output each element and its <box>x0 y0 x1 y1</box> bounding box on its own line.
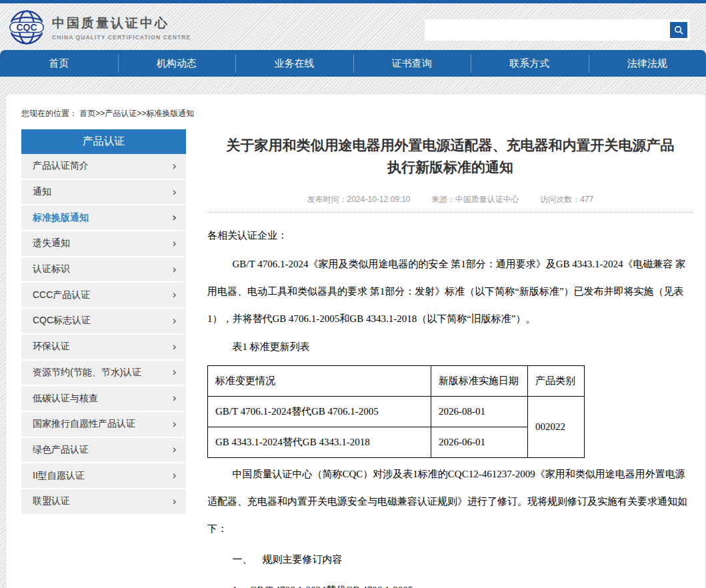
chevron-right-icon <box>172 393 177 404</box>
chevron-right-icon <box>172 315 177 327</box>
chevron-right-icon <box>172 187 177 198</box>
sidebar-item-label: 环保认证 <box>33 341 70 353</box>
page-title-line1: 关于家用和类似用途电器用外置电源适配器、充电器和内置开关电源产品 <box>207 135 693 157</box>
chevron-right-icon <box>172 264 177 275</box>
paragraph-standards-announcement: GB/T 4706.1-2024《家用及类似用途电器的的安全 第1部分：通用要求… <box>207 251 693 333</box>
table-caption: 表1 标准更新列表 <box>207 333 693 361</box>
cell-change-1: GB/T 4706.1-2024替代GB 4706.1-2005 <box>208 397 431 427</box>
search-input[interactable] <box>425 19 670 41</box>
nav-item-laws[interactable]: 法律法规 <box>589 50 706 77</box>
sidebar-item-4[interactable]: 认证标识 <box>21 257 186 283</box>
chevron-right-icon <box>172 444 177 455</box>
sidebar-title: 产品认证 <box>21 129 186 154</box>
svg-text:CQC: CQC <box>16 22 37 33</box>
main-nav: 首页 机构动态 业务在线 证书查询 联系方式 法律法规 <box>0 50 706 77</box>
cell-category-merged: 002022 <box>528 397 585 458</box>
sidebar-item-label: 认证标识 <box>33 263 70 275</box>
nav-item-home[interactable]: 首页 <box>0 50 118 77</box>
sidebar-item-2[interactable]: 标准换版通知 <box>21 205 186 231</box>
sidebar-item-3[interactable]: 遗失通知 <box>21 231 186 257</box>
content-panel: 您现在的位置： 首页>>产品认证>>标准换版通知 产品认证 产品认证简介通知标准… <box>5 93 706 588</box>
paragraph-revision-notice: 中国质量认证中心（简称CQC）对涉及表1标准的CQC12-461237-2009… <box>207 461 693 543</box>
search-button[interactable] <box>670 22 687 38</box>
source: 来源：中国质量认证中心 <box>431 195 519 204</box>
nav-item-business-online[interactable]: 业务在线 <box>235 50 353 77</box>
chevron-right-icon <box>172 289 177 301</box>
chevron-right-icon <box>172 470 177 481</box>
brand-text: 中国质量认证中心 CHINA QUALITY CERTIFICATION CEN… <box>52 15 191 41</box>
chevron-right-icon <box>172 161 177 172</box>
sidebar-item-label: 国家推行自愿性产品认证 <box>33 418 135 430</box>
col-header-change: 标准变更情况 <box>208 366 431 397</box>
sidebar-item-12[interactable]: II型自愿认证 <box>21 463 186 489</box>
sidebar-item-5[interactable]: CCC产品认证 <box>21 283 186 309</box>
sidebar-item-7[interactable]: 环保认证 <box>21 335 186 361</box>
sidebar-item-label: 绿色产品认证 <box>33 444 89 456</box>
nav-item-certificate-query[interactable]: 证书查询 <box>353 50 471 77</box>
col-header-date: 新版标准实施日期 <box>431 366 528 397</box>
sidebar-product-certification: 产品认证 产品认证简介通知标准换版通知遗失通知认证标识CCC产品认证CQC标志认… <box>21 129 186 588</box>
sidebar-item-label: II型自愿认证 <box>33 470 85 482</box>
article-meta: 发布时间：2024-10-12 09:10 来源：中国质量认证中心 访问次数：4… <box>207 194 693 205</box>
site-header: CQC 中国质量认证中心 CHINA QUALITY CERTIFICATION… <box>0 3 706 50</box>
sidebar-item-label: 遗失通知 <box>33 237 70 249</box>
sidebar-item-1[interactable]: 通知 <box>21 180 186 206</box>
sidebar-item-label: CQC标志认证 <box>33 315 91 327</box>
page-title-line2: 执行新版标准的通知 <box>207 157 693 179</box>
section-heading-revision-content: 一、 规则主要修订内容 <box>207 546 693 573</box>
sidebar-item-8[interactable]: 资源节约(节能、节水)认证 <box>21 361 186 387</box>
col-header-category: 产品类别 <box>528 366 585 397</box>
search-bar <box>425 19 690 41</box>
view-count: 访问次数：477 <box>540 195 593 204</box>
sidebar-item-label: 标准换版通知 <box>33 212 89 224</box>
brand-title-cn: 中国质量认证中心 <box>52 15 191 32</box>
chevron-right-icon <box>172 341 177 353</box>
breadcrumb: 您现在的位置： 首页>>产品认证>>标准换版通知 <box>21 103 693 119</box>
publish-time: 发布时间：2024-10-12 09:10 <box>307 195 411 204</box>
article-body: 各相关认证企业： GB/T 4706.1-2024《家用及类似用途电器的的安全 … <box>207 222 693 588</box>
sidebar-item-label: 低碳认证与核查 <box>33 393 98 405</box>
cqc-globe-logo-icon: CQC <box>8 9 45 46</box>
sidebar-item-label: 产品认证简介 <box>33 160 89 172</box>
sidebar-item-label: 通知 <box>33 186 51 198</box>
chevron-right-icon <box>172 238 177 249</box>
list-item-1: 1. GB/T 4706.1-2024替代GB 4706.1-2005； <box>207 577 693 588</box>
sidebar-item-13[interactable]: 联盟认证 <box>21 489 186 515</box>
dotted-divider <box>207 212 693 213</box>
chevron-right-icon <box>172 419 177 430</box>
sidebar-item-11[interactable]: 绿色产品认证 <box>21 438 186 464</box>
chevron-right-icon <box>172 496 177 507</box>
sidebar-item-label: CCC产品认证 <box>33 289 90 301</box>
sidebar-item-0[interactable]: 产品认证简介 <box>21 154 186 180</box>
nav-item-news[interactable]: 机构动态 <box>118 50 236 77</box>
sidebar-list: 产品认证简介通知标准换版通知遗失通知认证标识CCC产品认证CQC标志认证环保认证… <box>21 154 186 515</box>
brand-title-en: CHINA QUALITY CERTIFICATION CENTRE <box>52 34 191 41</box>
page-title: 关于家用和类似用途电器用外置电源适配器、充电器和内置开关电源产品 执行新版标准的… <box>207 135 693 178</box>
brand-logo[interactable]: CQC 中国质量认证中心 CHINA QUALITY CERTIFICATION… <box>8 9 191 46</box>
chevron-right-icon <box>172 367 177 378</box>
greeting-line: 各相关认证企业： <box>207 222 693 249</box>
table-header-row: 标准变更情况 新版标准实施日期 产品类别 <box>208 366 585 397</box>
search-icon <box>674 25 684 35</box>
cell-date-2: 2026-06-01 <box>431 427 528 458</box>
standards-update-table: 标准变更情况 新版标准实施日期 产品类别 GB/T 4706.1-2024替代G… <box>207 365 585 458</box>
table-row: GB/T 4706.1-2024替代GB 4706.1-2005 2026-08… <box>208 397 585 427</box>
cell-date-1: 2026-08-01 <box>431 397 528 427</box>
nav-item-contact[interactable]: 联系方式 <box>471 50 589 77</box>
sidebar-item-9[interactable]: 低碳认证与核查 <box>21 386 186 412</box>
cell-change-2: GB 4343.1-2024替代GB 4343.1-2018 <box>208 427 431 458</box>
sidebar-item-10[interactable]: 国家推行自愿性产品认证 <box>21 412 186 438</box>
article: 关于家用和类似用途电器用外置电源适配器、充电器和内置开关电源产品 执行新版标准的… <box>207 129 693 588</box>
sidebar-item-6[interactable]: CQC标志认证 <box>21 309 186 335</box>
sidebar-item-label: 联盟认证 <box>33 495 70 507</box>
sidebar-item-label: 资源节约(节能、节水)认证 <box>33 367 141 379</box>
chevron-right-icon <box>172 212 177 223</box>
